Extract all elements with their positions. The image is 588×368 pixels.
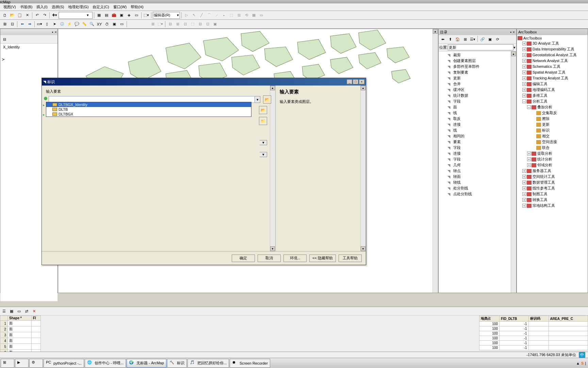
toolbox-item[interactable]: +Tracking Analyst 工具: [518, 75, 587, 81]
attr-icon[interactable]: ▦: [250, 12, 257, 19]
expand-icon[interactable]: +: [522, 82, 526, 86]
catalog-tree-item[interactable]: ◥线: [439, 127, 516, 133]
input-features-browse-icon[interactable]: 📂: [263, 95, 271, 104]
dialog-close-icon[interactable]: ×: [359, 79, 364, 84]
taskbar-item[interactable]: ⚙: [29, 359, 43, 368]
attr-clear-icon[interactable]: ✕: [31, 308, 37, 315]
catalog-tree-item[interactable]: ◥统计数据: [439, 93, 516, 98]
attr-menu-icon[interactable]: ☰: [1, 308, 7, 315]
catalog-tree-item[interactable]: ◥取反: [439, 116, 516, 122]
table-row[interactable]: 100-1: [479, 331, 588, 336]
toolbox-item[interactable]: 空间连接: [518, 139, 587, 145]
table-row[interactable]: 100-1: [479, 326, 588, 331]
menu-bookmarks[interactable]: 书签(B): [18, 4, 35, 10]
catalog-tree-item[interactable]: ◥更新: [439, 75, 516, 81]
split-icon[interactable]: ⊟: [235, 12, 242, 19]
toolbox-item[interactable]: +多维工具: [518, 93, 587, 98]
dropdown-item-2[interactable]: ▸DLTBGX: [46, 112, 251, 117]
catalog-tree-item[interactable]: ◥创建要素图层: [439, 58, 516, 64]
expand-icon[interactable]: +: [522, 169, 526, 173]
attribute-table-right[interactable]: 地类占FID_DLTB标识码AREA_PRE_C 100-1100-1100-1…: [479, 316, 588, 350]
toolbox-item[interactable]: 交集取反: [518, 110, 587, 116]
expand-icon[interactable]: +: [522, 204, 526, 208]
toolbox-root[interactable]: ArcToolbox: [518, 36, 587, 41]
select-features-icon[interactable]: ▭▾: [36, 21, 43, 28]
cat-toggle-icon[interactable]: ⊞: [462, 36, 469, 43]
toolbox-tree[interactable]: ArcToolbox +3D Analyst 工具+Data Interoper…: [517, 35, 588, 293]
toolbox-item[interactable]: 擦除: [518, 116, 587, 122]
time-slider-icon[interactable]: ⏱: [103, 21, 110, 28]
identify-icon[interactable]: ⓘ: [59, 21, 65, 28]
taskbar-item[interactable]: 🔨标识: [167, 359, 187, 368]
expand-icon[interactable]: +: [522, 65, 526, 68]
topo7-icon[interactable]: ▣: [212, 21, 218, 28]
hyperlink-icon[interactable]: ⚡: [66, 21, 73, 28]
catalog-tree-item[interactable]: ◥转线: [439, 180, 516, 185]
opt1-dropdown-icon[interactable]: ▾: [260, 140, 267, 145]
status-ime-icon[interactable]: 中: [579, 352, 585, 358]
delete-icon[interactable]: ✕: [24, 12, 31, 19]
toolbox-item[interactable]: −分析工具: [518, 98, 587, 104]
table-row[interactable]: 2面: [0, 326, 41, 332]
catalog-tree-item[interactable]: ◥相同的: [439, 133, 516, 139]
catalog-location-input[interactable]: [448, 44, 513, 50]
expand-icon[interactable]: +: [527, 152, 531, 155]
tool-help-button[interactable]: 工具帮助: [339, 255, 362, 262]
attr-select-icon[interactable]: ▭: [16, 308, 22, 315]
toolbox-item[interactable]: 联合: [518, 145, 587, 151]
cancel-button[interactable]: 取消: [258, 255, 281, 262]
attr-switch-icon[interactable]: ⇄: [23, 308, 30, 315]
taskbar-item[interactable]: ▶: [15, 359, 29, 368]
expand-icon[interactable]: +: [522, 47, 526, 51]
expand-icon[interactable]: +: [522, 94, 526, 97]
toolbox-item[interactable]: +编辑工具: [518, 81, 587, 87]
copy-icon[interactable]: 📋: [16, 12, 23, 19]
measure-icon[interactable]: 📏: [81, 21, 88, 28]
expand-icon[interactable]: +: [522, 181, 526, 184]
help-scroll-up-icon[interactable]: ▲: [361, 86, 365, 90]
topo5-icon[interactable]: ⊟: [197, 21, 203, 28]
folder-row-icon[interactable]: 📁: [259, 117, 267, 125]
catalog-pin-icon[interactable]: ▪: [510, 30, 512, 34]
toolbox-item[interactable]: +提取分析: [518, 151, 587, 156]
attr-related-icon[interactable]: ▦: [8, 308, 15, 315]
catalog-tree-item[interactable]: ◥复制要素: [439, 70, 516, 75]
expand-icon[interactable]: +: [527, 163, 531, 167]
ok-button[interactable]: 确定: [232, 255, 255, 262]
expand-icon[interactable]: −: [522, 99, 526, 103]
topo3-icon[interactable]: ⊡: [182, 21, 189, 28]
dialog-minimize-icon[interactable]: _: [347, 79, 352, 84]
toolbox-item[interactable]: +地理编码工具: [518, 87, 587, 93]
table-row[interactable]: 100-1: [479, 346, 588, 350]
menu-select[interactable]: 选择(S): [50, 4, 66, 10]
catalog-location-dropdown-icon[interactable]: ▾: [513, 45, 516, 50]
toolbox-item[interactable]: +邻域分析: [518, 162, 587, 168]
arc-icon[interactable]: ⌒: [206, 12, 212, 19]
catalog-tree-item[interactable]: ◥合并: [439, 81, 516, 87]
dlg-scroll-up-icon[interactable]: ▲: [270, 86, 275, 90]
taskbar-item[interactable]: 🎵把回忆拼好给你...: [187, 359, 229, 368]
catalog-tree[interactable]: ▲ ◥裁剪◥创建要素图层◥多部件至单部件◥复制要素◥更新◥合并◥缓冲区◥统计数据…: [439, 51, 516, 293]
html-popup-icon[interactable]: 💬: [74, 21, 80, 28]
taskbar-item[interactable]: 🌐创作中心 - 哔哩...: [85, 359, 126, 368]
vertex-icon[interactable]: ⬚: [228, 12, 235, 19]
table-row[interactable]: 100-1: [479, 341, 588, 346]
cat-refresh-icon[interactable]: ⟳: [494, 36, 501, 43]
dropdown-item-1[interactable]: DLTB: [46, 107, 251, 112]
cat-back-icon[interactable]: ⬅: [439, 36, 446, 43]
open-icon[interactable]: 📂: [9, 12, 16, 19]
catalog-tree-item[interactable]: ◥裁剪: [439, 52, 516, 58]
dialog-maximize-icon[interactable]: □: [353, 79, 358, 84]
catalog-tree-item[interactable]: ◥面: [439, 104, 516, 110]
toolbox-item[interactable]: +统计分析: [518, 156, 587, 162]
toolbox-item[interactable]: +制图工具: [518, 191, 587, 197]
taskbar-item[interactable]: ⏺Screen Recorder: [230, 359, 270, 368]
expand-icon[interactable]: +: [522, 42, 526, 45]
toolbox-item[interactable]: +Schematics 工具: [518, 64, 587, 70]
expand-icon[interactable]: +: [522, 192, 526, 196]
redo-icon[interactable]: ↷: [41, 12, 48, 19]
python-icon[interactable]: ▣: [118, 12, 125, 19]
toolbox-item[interactable]: 标识: [518, 127, 587, 133]
catalog-tree-item[interactable]: ◥连接: [439, 122, 516, 127]
topo4-icon[interactable]: ⬚: [189, 21, 196, 28]
